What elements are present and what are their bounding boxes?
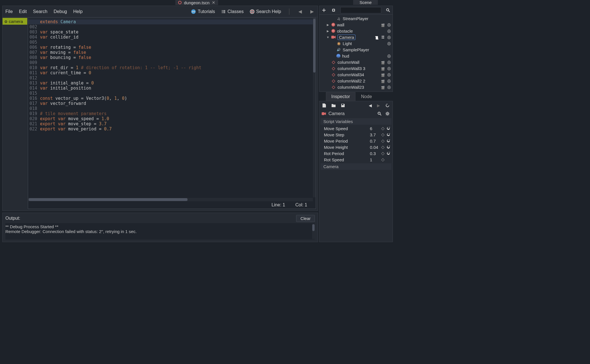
nav-forward-icon[interactable]: ▶ [309, 9, 315, 14]
script-icon[interactable] [375, 35, 379, 40]
search-help-button[interactable]: Search Help [250, 9, 281, 14]
scene-search-input[interactable] [340, 7, 381, 13]
instance-icon[interactable] [381, 79, 385, 83]
inspector-search-icon[interactable] [377, 111, 382, 117]
tree-row[interactable]: ▶columnWall23 [319, 84, 393, 90]
menu-file[interactable]: File [5, 9, 13, 14]
tree-node-label[interactable]: StreamPlayer [343, 16, 389, 21]
tree-row[interactable]: ▼Camera [319, 34, 393, 40]
visibility-icon[interactable] [387, 72, 391, 77]
visibility-icon[interactable] [387, 78, 391, 83]
reset-icon[interactable] [386, 139, 391, 143]
history-back-icon[interactable]: ◀ [368, 103, 372, 108]
open-resource-icon[interactable] [331, 103, 336, 108]
clear-button[interactable]: Clear [296, 215, 315, 222]
visibility-icon[interactable] [387, 28, 391, 33]
instance-icon[interactable] [381, 72, 385, 77]
spinner-icon[interactable]: ◇ [380, 157, 386, 162]
close-icon[interactable]: ✕ [212, 0, 215, 5]
property-value[interactable]: 0.3 [370, 151, 380, 156]
visibility-icon[interactable] [387, 35, 391, 40]
tree-row[interactable]: ▶columnWall34 [319, 71, 393, 78]
tab-inspector[interactable]: Inspector [326, 92, 355, 101]
spinner-icon[interactable]: ◇ [380, 126, 386, 131]
property-value[interactable]: 1 [370, 157, 380, 162]
inspector-section-camera[interactable]: Camera [321, 163, 391, 170]
output-scrollbar[interactable] [312, 224, 315, 239]
instance-icon[interactable] [381, 85, 385, 90]
property-value[interactable]: 3.7 [370, 132, 380, 137]
tree-node-label[interactable]: hud [342, 54, 385, 58]
tree-node-label[interactable]: Light [343, 41, 385, 46]
tree-row[interactable]: ▶columnWall3 3 [319, 65, 393, 71]
save-resource-icon[interactable] [340, 103, 345, 108]
search-icon[interactable] [385, 7, 391, 13]
menu-search[interactable]: Search [33, 9, 47, 14]
tree-row[interactable]: ▶columnWall2 2 [319, 78, 393, 84]
visibility-icon[interactable] [387, 66, 391, 71]
tree-row[interactable]: ▶columnWall [319, 59, 393, 65]
tree-arrow-icon[interactable]: ▶ [326, 29, 330, 33]
tab-node[interactable]: Node [356, 92, 377, 101]
instance-icon[interactable] [381, 22, 385, 27]
tree-row[interactable]: ▶wall [319, 22, 393, 28]
tree-arrow-icon[interactable]: ▶ [326, 23, 330, 26]
inspector-options-icon[interactable] [385, 111, 390, 117]
visibility-icon[interactable] [387, 41, 391, 46]
vertical-scrollbar[interactable] [313, 18, 316, 197]
instance-icon[interactable] [381, 60, 385, 65]
visibility-icon[interactable] [387, 60, 391, 65]
tree-node-label[interactable]: Camera [338, 35, 355, 40]
tree-node-label[interactable]: columnWall3 3 [338, 66, 379, 71]
output-body[interactable]: ** Debug Process Started ** Remote Debug… [5, 223, 315, 240]
spinner-icon[interactable]: ◇ [380, 151, 386, 156]
scene-dock-tab[interactable]: Scene [353, 0, 378, 5]
horizontal-scrollbar[interactable] [28, 198, 313, 201]
tree-node-label[interactable]: columnWall2 2 [338, 79, 379, 83]
property-value[interactable]: 6 [370, 126, 380, 131]
tutorials-button[interactable]: Tutorials [191, 9, 215, 14]
code-lines[interactable]: extends Cameravar space_statevar collide… [40, 18, 313, 132]
classes-button[interactable]: Classes [221, 9, 244, 14]
scene-tab[interactable]: dungeon.tscn ✕ [175, 0, 218, 5]
tree-row[interactable]: ▶StreamPlayer [319, 15, 393, 22]
tree-row[interactable]: ▶Light [319, 40, 393, 46]
link-icon[interactable] [331, 7, 336, 13]
script-split-icon[interactable] [381, 35, 385, 39]
tree-node-label[interactable]: columnWall [338, 60, 379, 65]
menu-help[interactable]: Help [73, 9, 83, 14]
instance-icon[interactable] [381, 66, 385, 71]
inspector-section-script-vars[interactable]: Script Variables [321, 118, 391, 125]
history-forward-icon[interactable]: ▶ [376, 103, 381, 108]
property-value[interactable]: 0.04 [370, 145, 380, 150]
code-editor[interactable]: 0010020030040050060070080090100110120130… [28, 18, 316, 209]
tree-row[interactable]: ▶SamplePlayer [319, 46, 393, 53]
tree-node-label[interactable]: obstacle [337, 29, 385, 33]
tree-node-label[interactable]: SamplePlayer [343, 47, 389, 52]
tree-row[interactable]: ▶hud [319, 53, 393, 59]
nav-back-icon[interactable]: ◀ [297, 9, 303, 14]
reset-icon[interactable] [386, 133, 391, 137]
history-icon[interactable] [385, 103, 390, 108]
tree-node-label[interactable]: columnWall34 [338, 72, 379, 77]
script-list-item[interactable]: camera [3, 18, 27, 25]
reset-icon[interactable] [386, 151, 391, 155]
scene-tree[interactable]: ▶StreamPlayer▶wall▶obstacle▼Camera▶Light… [319, 15, 393, 92]
menu-debug[interactable]: Debug [54, 9, 67, 14]
spinner-icon[interactable]: ◇ [380, 138, 386, 143]
menu-edit[interactable]: Edit [19, 9, 27, 14]
tree-row[interactable]: ▶obstacle [319, 28, 393, 34]
add-node-icon[interactable] [321, 7, 327, 13]
visibility-icon[interactable] [387, 84, 391, 90]
visibility-icon[interactable] [387, 53, 391, 58]
tree-node-label[interactable]: columnWall23 [338, 85, 379, 90]
new-resource-icon[interactable] [322, 103, 327, 108]
visibility-icon[interactable] [387, 22, 391, 27]
spinner-icon[interactable]: ◇ [380, 132, 386, 137]
tree-arrow-icon[interactable]: ▼ [326, 36, 330, 39]
spinner-icon[interactable]: ◇ [380, 145, 386, 150]
reset-icon[interactable] [386, 145, 391, 149]
tree-node-label[interactable]: wall [337, 22, 379, 27]
reset-icon[interactable] [386, 126, 391, 130]
property-value[interactable]: 0.7 [370, 139, 380, 143]
